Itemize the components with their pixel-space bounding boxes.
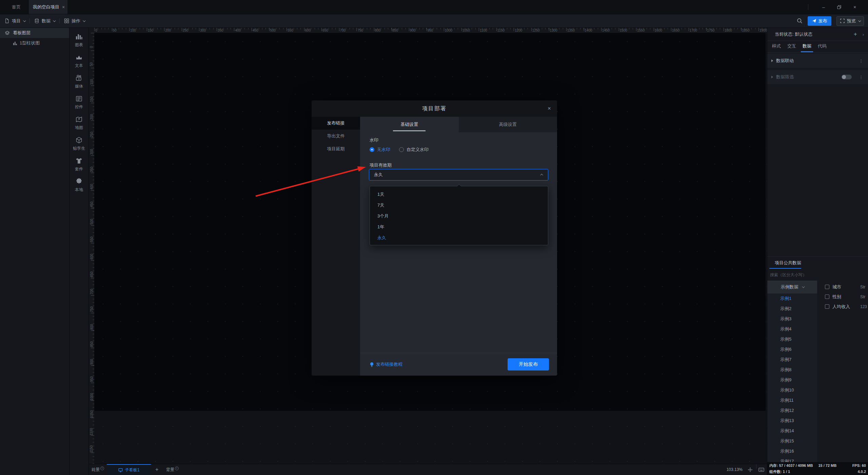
layers-panel-header[interactable]: 看板图层 [0, 28, 69, 38]
toolbox-item-widgets[interactable]: 控件 [70, 92, 88, 113]
sample-list-item[interactable]: 示例5 [767, 334, 817, 344]
ruler-label: 50 [90, 62, 94, 66]
properties-tab[interactable]: 代码 [818, 43, 827, 52]
field-type: Str [860, 285, 865, 289]
toolbox-item-text[interactable]: 文本 [70, 51, 88, 71]
toolbox-item-digital-twin[interactable]: 鲸孪生 [70, 133, 88, 154]
board-tab[interactable]: 子看板1 [107, 464, 151, 475]
sample-list-item[interactable]: 示例12 [767, 405, 817, 416]
component-toolbox: 图表 文本 媒体 控件 地图 鲸孪生 套件 本地 [70, 28, 89, 475]
field-name: 城市 [832, 284, 841, 290]
sample-list-item[interactable]: 示例15 [767, 436, 817, 446]
expand-states-button[interactable]: › [863, 32, 864, 37]
sample-list-item[interactable]: 示例3 [767, 314, 817, 324]
kebab-menu-icon[interactable]: ⋮ [859, 75, 863, 80]
data-filter-toggle[interactable] [842, 75, 852, 79]
field-row[interactable]: 城市 Str [817, 282, 868, 292]
sample-list-item[interactable]: 示例14 [767, 426, 817, 436]
validity-option[interactable]: 3个月 [370, 211, 548, 222]
field-row[interactable]: 性别 Str [817, 292, 868, 302]
menu-project[interactable]: 项目 [0, 14, 29, 27]
dataset-select[interactable]: 示例数据 [767, 281, 817, 293]
layer-item-bar-chart[interactable]: 1型柱状图 [0, 38, 69, 48]
modal-sidebar-item[interactable]: 项目延期 [312, 142, 360, 155]
sample-list-item[interactable]: 示例2 [767, 304, 817, 314]
data-filter-label: 数据筛选 [776, 74, 794, 80]
toolbox-item-charts[interactable]: 图表 [70, 30, 88, 51]
window-close-button[interactable]: × [847, 4, 863, 10]
modal-close-button[interactable]: × [548, 100, 552, 117]
foreground-button[interactable]: 前景 + [92, 464, 104, 475]
tutorial-link[interactable]: 发布链接教程 [370, 361, 402, 367]
validity-option[interactable]: 1年 [370, 222, 548, 232]
properties-tabs: 样式交互数据代码 [767, 41, 868, 53]
sample-list-item[interactable]: 示例8 [767, 365, 817, 375]
toolbox-item-label: 文本 [75, 63, 83, 69]
sample-list-item[interactable]: 示例13 [767, 416, 817, 426]
add-board-button[interactable]: + [155, 464, 158, 475]
ruler-label: 600 [304, 28, 322, 33]
start-publish-button[interactable]: 开始发布 [508, 358, 549, 370]
menu-actions-label: 操作 [72, 18, 80, 24]
menu-actions[interactable]: 操作 [60, 14, 89, 27]
preview-button[interactable]: 预览 [836, 16, 864, 26]
project-data-tab[interactable]: 项目公共数据 [767, 257, 868, 269]
window-minimize-button[interactable]: – [816, 4, 831, 10]
radio-custom-watermark[interactable]: 自定义水印 [399, 147, 429, 153]
toolbox-item-local[interactable]: 本地 [70, 175, 88, 195]
sample-list-item[interactable]: 示例17 [767, 456, 817, 462]
data-filter-section[interactable]: 数据筛选 ⋮ [767, 70, 868, 84]
validity-label: 项目有效期 [370, 162, 392, 168]
tab-project[interactable]: 我的空白项目 × [29, 0, 67, 14]
field-checkbox[interactable] [825, 304, 829, 309]
add-background-icon[interactable]: + [175, 467, 179, 470]
modal-sidebar-item[interactable]: 发布链接 [312, 117, 360, 130]
field-checkbox[interactable] [825, 294, 829, 299]
ruler-label: 1100 [479, 28, 496, 33]
sample-list-item[interactable]: 示例16 [767, 446, 817, 456]
add-state-button[interactable]: + [854, 31, 857, 38]
sample-list-item[interactable]: 示例11 [767, 395, 817, 405]
validity-select[interactable]: 永久 [369, 169, 548, 180]
sample-list-item[interactable]: 示例1 [767, 293, 817, 304]
modal-tab[interactable]: 基础设置 [360, 117, 459, 132]
properties-tab[interactable]: 交互 [787, 43, 796, 52]
search-icon[interactable] [797, 18, 803, 24]
kebab-menu-icon[interactable]: ⋮ [859, 58, 863, 63]
sample-list-item[interactable]: 示例7 [767, 355, 817, 365]
search-input[interactable]: 搜索（区分大小写） [767, 269, 868, 281]
zoom-level[interactable]: 103.13% [727, 464, 743, 475]
radio-no-watermark[interactable]: 无水印 [370, 147, 390, 153]
data-link-section[interactable]: 数据联动 ⋮ [767, 54, 868, 68]
sample-list-item[interactable]: 示例9 [767, 375, 817, 385]
field-checkbox[interactable] [825, 285, 829, 289]
shortcut-keys-button[interactable] [758, 464, 764, 475]
modal-tab[interactable]: 高级设置 [459, 117, 557, 132]
sample-list-item[interactable]: 示例4 [767, 324, 817, 334]
tab-close-icon[interactable]: × [62, 4, 65, 10]
toolbox-item-kits[interactable]: 套件 [70, 154, 88, 175]
properties-tab[interactable]: 数据 [803, 43, 811, 52]
publish-button[interactable]: 发布 [808, 16, 831, 26]
validity-option[interactable]: 永久 [370, 232, 548, 243]
sample-list-item[interactable]: 示例10 [767, 385, 817, 395]
chevron-down-icon [23, 19, 26, 22]
toolbox-item-media[interactable]: 媒体 [70, 71, 88, 92]
validity-option[interactable]: 7天 [370, 200, 548, 211]
memory-usage: 内存: 57 / 4037 / 4096 MB [769, 462, 813, 469]
fit-to-screen-button[interactable] [748, 464, 753, 475]
validity-option[interactable]: 1天 [370, 189, 548, 200]
sample-list-item[interactable]: 示例6 [767, 344, 817, 355]
ruler-label: 300 [199, 28, 217, 33]
tutorial-link-label: 发布链接教程 [376, 361, 402, 367]
field-row[interactable]: 人均收入 123 [817, 302, 868, 311]
add-foreground-icon[interactable]: + [100, 467, 104, 470]
menu-data[interactable]: 数据 [30, 14, 59, 27]
tab-home[interactable]: 首页 [5, 0, 27, 14]
window-restore-button[interactable] [831, 5, 847, 9]
monitor-icon [118, 468, 123, 472]
properties-tab[interactable]: 样式 [772, 43, 781, 52]
background-button[interactable]: 背景 + [166, 464, 179, 475]
modal-sidebar-item[interactable]: 导出文件 [312, 130, 360, 142]
toolbox-item-maps[interactable]: 地图 [70, 113, 88, 133]
